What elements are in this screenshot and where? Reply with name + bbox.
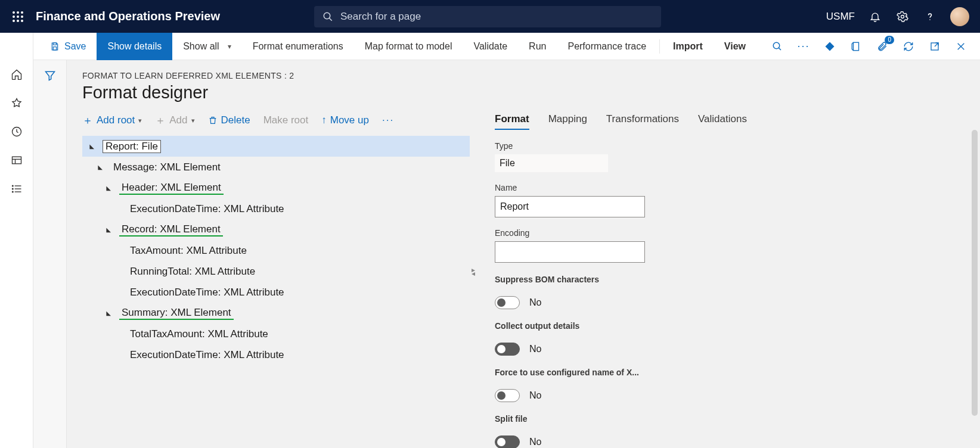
performance-trace-button[interactable]: Performance trace [557,33,657,60]
popout-icon [929,41,940,52]
gear-icon [897,11,908,23]
caret-icon[interactable]: ◢ [94,164,106,170]
find-button[interactable] [770,39,784,54]
favorites-button[interactable] [0,89,33,117]
notifications-button[interactable] [868,10,882,24]
tree-row[interactable]: ◢Message: XML Element [82,157,470,178]
tab-format[interactable]: Format [495,113,529,130]
show-all-button[interactable]: Show all ▾ [172,33,241,60]
tree-row[interactable]: ExecutionDateTime: XML Attribute [82,344,470,365]
office-button[interactable] [849,39,863,54]
svg-point-1 [17,11,19,14]
popout-button[interactable] [928,39,942,54]
caret-icon[interactable]: ◢ [103,185,114,191]
svg-point-6 [13,20,15,22]
suppress-bom-toggle[interactable] [495,296,520,309]
svg-rect-20 [854,42,859,51]
user-avatar[interactable] [950,7,969,26]
tree-row[interactable]: ◢Report: File [82,136,470,157]
scrollbar[interactable] [972,130,978,416]
close-button[interactable] [954,39,968,54]
recent-button[interactable] [0,117,33,146]
svg-point-3 [13,15,15,18]
tree-node-label: Report: File [103,140,161,153]
add-button[interactable]: ＋ Add ▾ [155,113,194,127]
run-button[interactable]: Run [518,33,557,60]
tab-validations[interactable]: Validations [698,113,747,130]
tree-row[interactable]: TotalTaxAmount: XML Attribute [82,323,470,344]
import-button[interactable]: Import [662,33,714,60]
tree-row[interactable]: ◢Header: XML Element [82,178,470,198]
tree-row[interactable]: ExecutionDateTime: XML Attribute [82,198,470,219]
app-launcher-button[interactable] [6,0,30,33]
help-button[interactable] [923,10,937,24]
make-root-button[interactable]: Make root [263,114,309,126]
svg-point-18 [773,42,780,49]
tree-overflow-button[interactable]: ··· [382,114,394,126]
tree-row[interactable]: ExecutionDateTime: XML Attribute [82,282,470,303]
splitter-icon: ▸◂ [472,268,475,275]
tree-row[interactable]: ◢Record: XML Element [82,219,470,240]
save-button[interactable]: Save [39,33,97,60]
move-up-button[interactable]: ↑ Move up [321,114,369,126]
chevron-down-icon: ▾ [228,42,231,51]
caret-icon[interactable]: ◢ [86,143,98,150]
validate-button[interactable]: Validate [463,33,518,60]
settings-button[interactable] [895,10,910,24]
filter-column [33,60,67,448]
plus-icon: ＋ [155,113,166,127]
page-title: Format designer [82,83,965,102]
company-picker[interactable]: USMF [826,11,855,23]
view-button[interactable]: View [714,33,756,60]
list-icon [11,183,23,195]
svg-point-0 [13,11,15,14]
tree-row[interactable]: RunningTotal: XML Attribute [82,261,470,282]
encoding-input[interactable] [495,241,645,263]
separator [659,39,660,54]
tree-node-label: TaxAmount: XML Attribute [128,245,249,257]
search-input[interactable] [340,11,653,23]
suppress-bom-value: No [529,297,541,308]
tab-mapping[interactable]: Mapping [548,113,587,130]
show-details-button[interactable]: Show details [97,33,172,60]
svg-point-4 [17,15,19,18]
global-search[interactable] [314,6,661,27]
svg-point-7 [17,20,19,22]
tree-node-label: ExecutionDateTime: XML Attribute [128,203,287,215]
filter-button[interactable] [44,70,56,448]
add-root-button[interactable]: ＋ Add root ▾ [82,113,142,127]
force-name-label: Force to use configured name of X... [495,368,965,377]
star-icon [11,97,23,109]
name-input[interactable] [495,196,645,217]
force-name-toggle[interactable] [495,389,520,402]
attachments-button[interactable]: 0 [875,39,889,54]
format-enumerations-button[interactable]: Format enumerations [242,33,354,60]
chevron-down-icon: ▾ [138,117,142,125]
svg-point-33 [12,191,13,192]
map-format-to-model-button[interactable]: Map format to model [354,33,463,60]
suppress-bom-label: Suppress BOM characters [495,275,965,284]
delete-button[interactable]: Delete [208,114,250,126]
power-apps-button[interactable] [823,39,837,54]
home-button[interactable] [0,60,33,89]
tree-node-label: Record: XML Element [119,223,223,237]
svg-rect-17 [53,46,56,49]
close-icon [956,42,966,51]
format-tree[interactable]: ◢Report: File◢Message: XML Element◢Heade… [82,136,470,365]
collect-output-toggle[interactable] [495,343,520,356]
attachments-badge: 0 [885,36,894,44]
workspaces-button[interactable] [0,146,33,175]
caret-icon[interactable]: ◢ [103,226,114,233]
left-nav-rail [0,33,33,448]
tree-row[interactable]: ◢Summary: XML Element [82,303,470,323]
caret-icon[interactable]: ◢ [103,310,114,316]
refresh-button[interactable] [901,39,916,54]
svg-line-19 [779,48,781,50]
split-file-toggle[interactable] [495,435,520,448]
tab-transformations[interactable]: Transformations [606,113,679,130]
tree-row[interactable]: TaxAmount: XML Attribute [82,240,470,261]
modules-button[interactable] [0,175,33,203]
splitter-handle[interactable]: ▸◂ [470,113,477,448]
overflow-button[interactable]: ··· [796,39,811,54]
trash-icon [208,116,218,125]
